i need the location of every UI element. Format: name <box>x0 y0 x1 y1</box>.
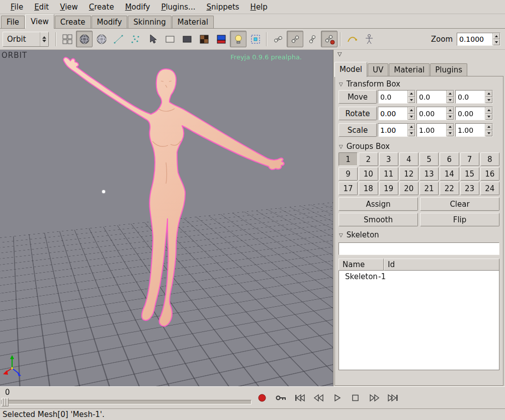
flip-button[interactable]: Flip <box>420 213 499 226</box>
group-button-6[interactable]: 6 <box>440 152 459 166</box>
skeleton-header[interactable]: ▽ Skeleton <box>335 228 503 241</box>
menu-plugins[interactable]: Plugins... <box>155 1 201 13</box>
step-up[interactable] <box>447 124 454 130</box>
group-button-14[interactable]: 14 <box>440 167 459 181</box>
panel-tab-material[interactable]: Material <box>389 63 430 76</box>
group-button-16[interactable]: 16 <box>480 167 499 181</box>
skeleton-list-row[interactable]: Skeleton -1 <box>339 271 499 282</box>
material-colors-button[interactable] <box>213 31 229 47</box>
bone-lock-button[interactable] <box>321 31 338 47</box>
play-button[interactable] <box>328 390 346 405</box>
group-button-19[interactable]: 19 <box>379 182 398 195</box>
rotate-button[interactable]: Rotate <box>339 107 377 120</box>
group-button-4[interactable]: 4 <box>399 152 418 166</box>
step-up[interactable] <box>485 91 492 97</box>
tab-skinning[interactable]: Skinning <box>128 16 172 28</box>
box-select-button[interactable] <box>247 31 264 47</box>
menu-edit[interactable]: Edit <box>29 1 54 13</box>
groups-box-header[interactable]: ▽ Groups Box <box>335 140 503 152</box>
skeleton-list[interactable]: Skeleton -1 <box>339 271 499 370</box>
group-button-8[interactable]: 8 <box>480 152 499 166</box>
scale-x-input[interactable] <box>378 124 407 136</box>
scale-y-input[interactable] <box>417 124 446 136</box>
tab-create[interactable]: Create <box>55 16 91 28</box>
view-mode-combobox[interactable]: Orbit <box>3 32 49 47</box>
assign-button[interactable]: Assign <box>339 197 418 211</box>
group-button-3[interactable]: 3 <box>379 152 398 166</box>
step-down[interactable] <box>408 97 415 104</box>
pose-curve-button[interactable] <box>344 31 360 47</box>
step-up[interactable] <box>408 91 415 97</box>
group-button-1[interactable]: 1 <box>339 152 358 166</box>
bone-translate-button[interactable] <box>304 31 320 47</box>
rotate-z-spinbox[interactable] <box>455 107 493 120</box>
group-button-20[interactable]: 20 <box>399 182 418 195</box>
group-button-21[interactable]: 21 <box>419 182 439 195</box>
rotate-y-spinbox[interactable] <box>416 107 454 120</box>
smooth-button[interactable]: Smooth <box>339 213 418 226</box>
selected-vertex-dot[interactable] <box>102 190 105 193</box>
skeleton-name-entry[interactable] <box>339 242 499 255</box>
zoom-step-up[interactable] <box>493 33 500 39</box>
step-up[interactable] <box>485 124 492 130</box>
menu-snippets[interactable]: Snippets <box>201 1 244 13</box>
zoom-stepper[interactable] <box>492 33 500 45</box>
menu-view[interactable]: View <box>54 1 83 13</box>
move-button[interactable]: Move <box>339 90 377 104</box>
menu-modify[interactable]: Modify <box>120 1 156 13</box>
transform-box-header[interactable]: ▽ Transform Box <box>335 77 503 90</box>
step-down[interactable] <box>485 130 492 137</box>
step-up[interactable] <box>485 107 492 114</box>
tab-file[interactable]: File <box>1 16 25 28</box>
panel-collapse-icon[interactable]: ▽ <box>338 51 342 57</box>
panel-tab-plugins[interactable]: Plugins <box>430 63 467 76</box>
step-down[interactable] <box>485 114 492 120</box>
shaded-sphere-button[interactable] <box>76 31 93 47</box>
group-button-5[interactable]: 5 <box>419 152 439 166</box>
stop-button[interactable] <box>347 390 364 405</box>
step-down[interactable] <box>447 97 454 104</box>
panel-tab-model[interactable]: Model <box>334 62 367 77</box>
step-up[interactable] <box>408 124 415 130</box>
move-y-spinbox[interactable] <box>416 90 454 104</box>
step-down[interactable] <box>447 130 454 137</box>
group-button-24[interactable]: 24 <box>480 182 499 195</box>
group-button-11[interactable]: 11 <box>379 167 398 181</box>
scale-z-spinbox[interactable] <box>455 123 493 137</box>
quad-view-button[interactable] <box>59 31 75 47</box>
step-down[interactable] <box>485 97 492 104</box>
fast-forward-button[interactable] <box>365 390 383 405</box>
texture-map-button[interactable] <box>196 31 212 47</box>
step-up[interactable] <box>408 107 415 114</box>
zoom-spinbox[interactable] <box>457 33 500 46</box>
column-header-id[interactable]: Id <box>384 259 499 271</box>
line-tool-button[interactable] <box>110 31 127 47</box>
step-down[interactable] <box>447 114 454 120</box>
move-z-spinbox[interactable] <box>455 90 493 104</box>
wire-sphere-button[interactable] <box>93 31 110 47</box>
zoom-step-down[interactable] <box>493 39 500 45</box>
scale-button[interactable]: Scale <box>339 123 377 137</box>
step-down[interactable] <box>408 114 415 120</box>
light-toggle-button[interactable] <box>230 31 246 47</box>
rotate-x-spinbox[interactable] <box>378 107 415 120</box>
step-up[interactable] <box>447 91 454 97</box>
record-button[interactable] <box>254 390 271 405</box>
menu-create[interactable]: Create <box>83 1 120 13</box>
zoom-input[interactable] <box>457 33 492 45</box>
skip-to-end-button[interactable] <box>384 390 401 405</box>
viewport-3d[interactable]: ORBIT Freyja 0.9.6 prealpha. <box>0 50 333 386</box>
clear-button[interactable]: Clear <box>420 197 499 211</box>
rotate-y-input[interactable] <box>417 107 446 120</box>
timeline-slider-handle[interactable] <box>2 398 9 406</box>
group-button-15[interactable]: 15 <box>460 167 479 181</box>
skip-to-start-button[interactable] <box>291 390 308 405</box>
scale-y-spinbox[interactable] <box>416 123 454 137</box>
points-tool-button[interactable] <box>127 31 144 47</box>
column-header-name[interactable]: Name <box>339 259 384 271</box>
group-button-23[interactable]: 23 <box>460 182 479 195</box>
move-x-spinbox[interactable] <box>378 90 415 104</box>
bone-rotate-button[interactable] <box>270 31 286 47</box>
group-button-22[interactable]: 22 <box>440 182 459 195</box>
rect-filled-button[interactable] <box>179 31 195 47</box>
